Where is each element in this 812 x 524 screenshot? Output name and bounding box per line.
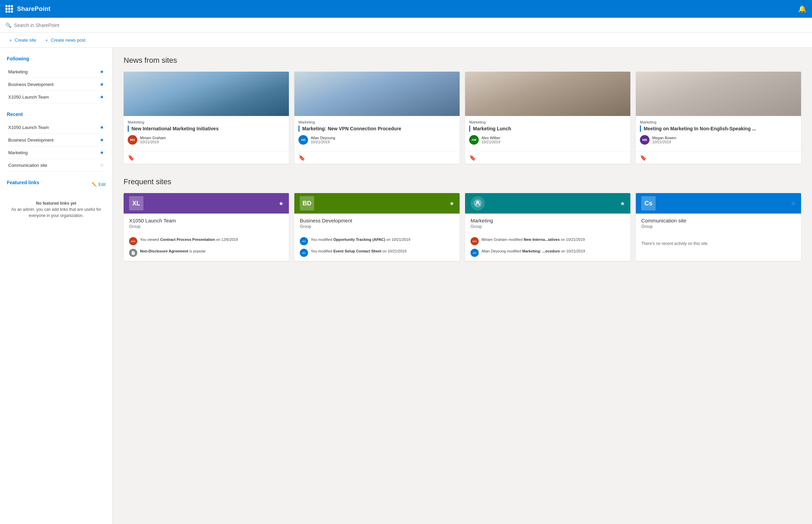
news-card-title: Marketing Lunch xyxy=(469,126,626,132)
avatar: MG xyxy=(128,135,137,145)
activity-avatar: MG xyxy=(129,237,137,245)
frequent-site-card[interactable]: BD ★ Business Development Group AD You m… xyxy=(294,193,460,261)
featured-links-section: Featured links ✏️ Edit No featured links… xyxy=(7,180,106,221)
star-filled-icon[interactable]: ★ xyxy=(279,200,283,207)
app-title: SharePoint xyxy=(17,5,51,13)
site-name: X1050 Launch Team xyxy=(129,218,283,223)
sidebar-item-bizdev-following[interactable]: Business Development ★ xyxy=(7,78,106,91)
waffle-menu-icon[interactable] xyxy=(5,5,13,13)
author-name: Megan Bowen xyxy=(652,136,676,140)
following-title: Following xyxy=(7,56,106,61)
frequent-section-title: Frequent sites xyxy=(124,177,801,186)
site-logo: XL xyxy=(129,196,143,210)
activity-item: AD You modified Opportunity Tracking (AP… xyxy=(300,237,454,245)
site-type: Group xyxy=(129,224,283,229)
star-filled-icon[interactable]: ★ xyxy=(100,94,104,100)
news-card-image xyxy=(465,72,630,116)
action-bar: ＋ Create site ＋ Create news post xyxy=(0,33,812,48)
notification-bell-icon[interactable]: 🔔 xyxy=(798,5,807,13)
bookmark-icon[interactable]: 🔖 xyxy=(128,155,135,161)
frequent-site-card[interactable]: XL ★ X1050 Launch Team Group MG You view… xyxy=(124,193,289,261)
bookmark-icon[interactable]: 🔖 xyxy=(640,155,647,161)
star-filled-icon[interactable]: ★ xyxy=(620,200,625,207)
avatar: MB xyxy=(640,135,649,145)
main-layout: Following Marketing ★ Business Developme… xyxy=(0,48,812,524)
activity-item: MG You viewed Contract Process Presentat… xyxy=(129,237,283,245)
news-card-site: Marketing xyxy=(469,120,626,124)
site-logo: Cs xyxy=(641,196,656,210)
site-activity: MG Miriam Graham modified New Interna...… xyxy=(465,237,630,261)
author-date: 10/21/2019 xyxy=(481,140,501,144)
main-content: News from sites Marketing New Internatio… xyxy=(113,48,812,524)
site-activity: AD You modified Opportunity Tracking (AP… xyxy=(294,237,460,261)
news-section-title: News from sites xyxy=(124,56,801,65)
activity-avatar: 📄 xyxy=(129,249,137,257)
sidebar-item-x1050-recent[interactable]: X1050 Launch Team ★ xyxy=(7,121,106,134)
news-card-image xyxy=(636,72,801,116)
news-card-site: Marketing xyxy=(128,120,285,124)
activity-avatar: AD xyxy=(300,237,308,245)
pencil-icon: ✏️ xyxy=(92,182,97,187)
search-icon: 🔍 xyxy=(5,23,11,28)
news-card[interactable]: Marketing Meeting on Marketing In Non-En… xyxy=(636,72,801,164)
author-date: 10/21/2019 xyxy=(311,140,335,144)
author-name: Miriam Graham xyxy=(140,136,166,140)
news-card[interactable]: Marketing Marketing: New VPN Connection … xyxy=(294,72,460,164)
author-date: 10/21/2019 xyxy=(140,140,166,144)
plus-icon: ＋ xyxy=(8,37,13,43)
sidebar-item-marketing-recent[interactable]: Marketing ★ xyxy=(7,146,106,159)
star-filled-icon[interactable]: ★ xyxy=(100,69,104,74)
site-name: Marketing xyxy=(471,218,625,223)
author-date: 10/21/2019 xyxy=(652,140,676,144)
star-empty-icon[interactable]: ☆ xyxy=(791,200,796,207)
no-links-text: No featured links yet As an admin, you c… xyxy=(8,200,104,219)
sidebar-item-x1050-following[interactable]: X1050 Launch Team ★ xyxy=(7,91,106,103)
news-card[interactable]: Marketing Marketing Lunch AW Alex Wilber… xyxy=(465,72,630,164)
activity-item: 📄 Non-Disclosure Agreement is popular xyxy=(129,249,283,257)
recent-section: Recent X1050 Launch Team ★ Business Deve… xyxy=(7,112,106,172)
star-filled-icon[interactable]: ★ xyxy=(449,200,454,207)
news-card-title: Meeting on Marketing In Non-English-Spea… xyxy=(640,126,797,132)
no-activity-text: There's no recent activity on this site. xyxy=(636,237,801,250)
following-section: Following Marketing ★ Business Developme… xyxy=(7,56,106,103)
star-filled-icon[interactable]: ★ xyxy=(100,137,104,143)
create-news-post-button[interactable]: ＋ Create news post xyxy=(44,37,85,43)
news-grid: Marketing New International Marketing In… xyxy=(124,72,801,164)
activity-avatar: AD xyxy=(300,249,308,257)
site-name: Business Development xyxy=(300,218,454,223)
star-filled-icon[interactable]: ★ xyxy=(100,125,104,130)
site-name: Communication site xyxy=(641,218,796,223)
news-card-title: Marketing: New VPN Connection Procedure xyxy=(298,126,456,132)
news-card-site: Marketing xyxy=(298,120,456,124)
top-nav: SharePoint 🔔 xyxy=(0,0,812,18)
author-name: Alex Wilber xyxy=(481,136,501,140)
sidebar-item-bizdev-recent[interactable]: Business Development ★ xyxy=(7,134,106,146)
site-logo: BD xyxy=(300,196,314,210)
avatar: AW xyxy=(469,135,479,145)
star-filled-icon[interactable]: ★ xyxy=(100,82,104,87)
create-site-button[interactable]: ＋ Create site xyxy=(8,37,36,43)
search-input[interactable] xyxy=(14,23,89,28)
site-type: Group xyxy=(300,224,454,229)
site-logo xyxy=(471,196,485,210)
activity-item: AD Allan Deyoung modified Marketing: ...… xyxy=(471,249,625,257)
bookmark-icon[interactable]: 🔖 xyxy=(298,155,305,161)
sidebar: Following Marketing ★ Business Developme… xyxy=(0,48,113,524)
bookmark-icon[interactable]: 🔖 xyxy=(469,155,476,161)
star-empty-icon[interactable]: ☆ xyxy=(100,162,104,168)
author-name: Allan Deyoung xyxy=(311,136,335,140)
frequent-site-card[interactable]: Cs ☆ Communication site Group There's no… xyxy=(636,193,801,261)
search-bar: 🔍 xyxy=(0,18,812,33)
edit-featured-links-button[interactable]: ✏️ Edit xyxy=(92,182,106,187)
news-card-site: Marketing xyxy=(640,120,797,124)
site-activity: MG You viewed Contract Process Presentat… xyxy=(124,237,289,261)
plus-icon: ＋ xyxy=(44,37,49,43)
sidebar-item-commsite-recent[interactable]: Communication site ☆ xyxy=(7,159,106,172)
sidebar-item-marketing-following[interactable]: Marketing ★ xyxy=(7,66,106,78)
star-filled-icon[interactable]: ★ xyxy=(100,150,104,155)
activity-avatar: MG xyxy=(471,237,479,245)
svg-point-1 xyxy=(476,201,479,203)
frequent-site-card[interactable]: ★ Marketing Group MG Miriam Graham modif… xyxy=(465,193,630,261)
news-card[interactable]: Marketing New International Marketing In… xyxy=(124,72,289,164)
news-card-title: New International Marketing Initiatives xyxy=(128,126,285,132)
